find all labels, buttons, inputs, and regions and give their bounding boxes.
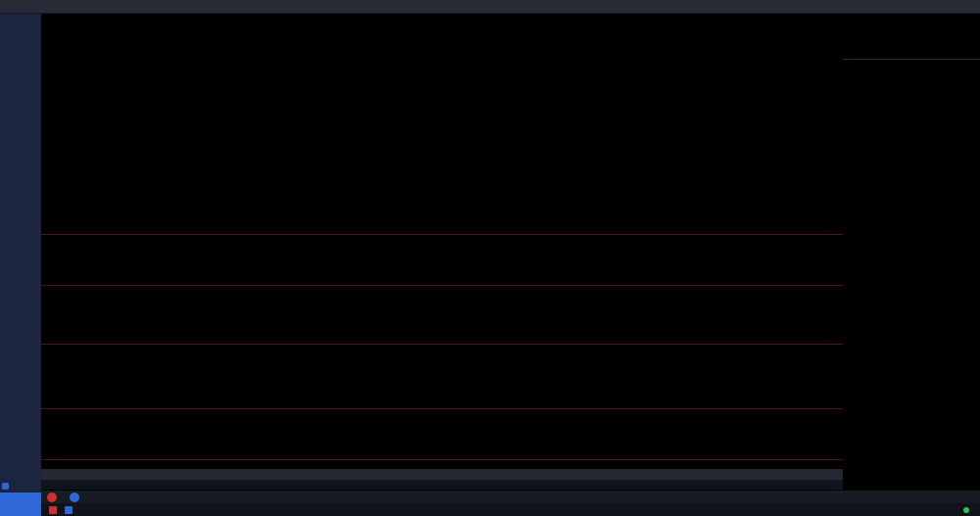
connection-status bbox=[963, 507, 972, 513]
company-links-bar bbox=[41, 480, 843, 490]
app-icon-blue[interactable] bbox=[65, 506, 73, 514]
market-indices-bar bbox=[41, 490, 980, 503]
boll-indicator-panel[interactable] bbox=[41, 345, 843, 409]
topbar bbox=[0, 0, 980, 14]
tick-trade-list[interactable] bbox=[843, 59, 980, 285]
connection-dot-icon bbox=[963, 507, 969, 513]
classic-trade-button[interactable] bbox=[0, 493, 41, 516]
quote-tabs bbox=[843, 45, 980, 59]
sar-indicator-panel[interactable] bbox=[41, 409, 843, 460]
palette-icon bbox=[2, 483, 9, 490]
boll-chart bbox=[41, 345, 335, 409]
macd-indicator-panel[interactable] bbox=[41, 286, 843, 345]
wr-chart bbox=[41, 235, 335, 286]
app-window bbox=[0, 0, 980, 516]
macd-chart bbox=[41, 286, 335, 345]
skin-settings-button[interactable] bbox=[0, 483, 41, 490]
quote-panel bbox=[843, 14, 980, 490]
chart-region bbox=[41, 14, 843, 490]
wr-indicator-panel[interactable] bbox=[41, 235, 843, 286]
buy-button[interactable] bbox=[47, 493, 60, 502]
buy-yuan-icon bbox=[47, 493, 57, 502]
main-chart-panel[interactable] bbox=[41, 14, 843, 235]
quote-header bbox=[843, 14, 980, 28]
x-axis bbox=[41, 460, 843, 469]
app-icon-red[interactable] bbox=[49, 506, 57, 514]
sar-chart bbox=[41, 409, 335, 460]
price-row bbox=[843, 28, 980, 45]
tick-pager bbox=[843, 285, 980, 293]
candlestick-chart bbox=[41, 14, 335, 161]
indicator-tabs-bar bbox=[41, 469, 843, 480]
sell-button[interactable] bbox=[70, 493, 82, 502]
sell-yuan-icon bbox=[70, 493, 79, 502]
status-bar bbox=[41, 503, 980, 516]
sidebar bbox=[0, 14, 41, 516]
